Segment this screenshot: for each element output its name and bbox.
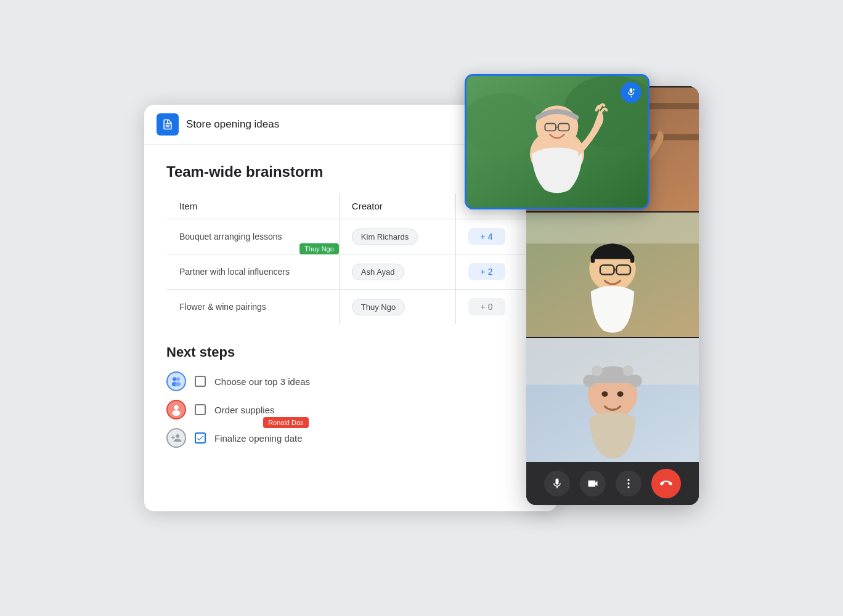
vote-badge-zero[interactable]: + 0 bbox=[468, 298, 505, 315]
cursor-tooltip-thuy: Thuy Ngo bbox=[299, 243, 339, 254]
checklist-item: Choose our top 3 ideas bbox=[166, 371, 535, 391]
checklist-text: Finalize opening date Ronald Das bbox=[214, 433, 303, 444]
video-thumb-2 bbox=[526, 211, 699, 336]
checklist-item: Finalize opening date Ronald Das bbox=[166, 428, 535, 448]
vote-badge[interactable]: + 2 bbox=[468, 263, 505, 280]
svg-point-16 bbox=[633, 89, 634, 90]
creator-cell: Ash Ayad bbox=[339, 254, 455, 290]
doc-title: Store opening ideas bbox=[186, 118, 279, 131]
svg-point-5 bbox=[173, 410, 181, 416]
svg-point-40 bbox=[592, 365, 603, 376]
people-icon bbox=[169, 375, 183, 388]
svg-point-45 bbox=[627, 482, 629, 484]
svg-rect-30 bbox=[591, 256, 595, 264]
mic-icon bbox=[551, 477, 563, 490]
svg-point-38 bbox=[583, 375, 595, 387]
mic-active-icon bbox=[625, 87, 637, 98]
svg-point-44 bbox=[627, 479, 629, 481]
svg-point-1 bbox=[176, 377, 180, 381]
svg-point-46 bbox=[627, 486, 629, 488]
main-video-tile bbox=[465, 74, 650, 209]
votes-cell: + 2 bbox=[455, 254, 535, 290]
camera-button[interactable] bbox=[580, 471, 606, 496]
main-video-background bbox=[466, 76, 648, 208]
svg-point-39 bbox=[630, 375, 642, 387]
checkbox[interactable] bbox=[195, 432, 206, 444]
person-icon bbox=[169, 403, 183, 416]
camera-icon bbox=[587, 477, 599, 490]
creator-cell: Thuy Ngo bbox=[339, 290, 455, 325]
brainstorm-table: Item Creator Votes Bouquet arranging les… bbox=[166, 193, 535, 325]
checkbox[interactable] bbox=[195, 376, 206, 387]
more-vertical-icon bbox=[622, 477, 635, 490]
more-options-button[interactable] bbox=[616, 471, 641, 496]
svg-point-3 bbox=[175, 382, 181, 386]
item-text: Partner with local influencers Thuy Ngo bbox=[167, 254, 340, 290]
checklist-text: Choose our top 3 ideas bbox=[214, 376, 310, 387]
microphone-button[interactable] bbox=[544, 471, 570, 496]
creator-badge: Thuy Ngo bbox=[352, 299, 405, 315]
table-row: Bouquet arranging lessons Kim Richards +… bbox=[167, 219, 535, 254]
col-creator: Creator bbox=[339, 193, 455, 219]
cursor-tooltip-ronald: Ronald Das bbox=[263, 417, 308, 428]
item-text: Flower & wine pairings bbox=[167, 290, 340, 325]
checkbox[interactable] bbox=[195, 404, 206, 415]
checklist-item: Order supplies bbox=[166, 400, 535, 419]
end-call-icon bbox=[660, 477, 672, 490]
table-row: Flower & wine pairings Thuy Ngo + 0 bbox=[167, 290, 535, 325]
svg-point-42 bbox=[601, 391, 608, 397]
svg-point-4 bbox=[174, 405, 178, 410]
votes-cell: + 4 bbox=[455, 219, 535, 254]
checklist-avatar-single bbox=[166, 400, 186, 419]
svg-point-41 bbox=[622, 365, 633, 376]
next-steps-heading: Next steps bbox=[166, 344, 535, 360]
person-3-svg bbox=[526, 338, 699, 462]
checkmark-icon bbox=[196, 434, 205, 442]
mic-active-badge bbox=[621, 82, 641, 103]
svg-rect-28 bbox=[526, 213, 699, 243]
creator-cell: Kim Richards bbox=[339, 219, 455, 254]
docs-icon bbox=[161, 118, 174, 131]
person-2-svg bbox=[526, 213, 699, 336]
creator-badge: Kim Richards bbox=[352, 229, 418, 245]
add-person-icon bbox=[171, 432, 182, 444]
checklist: Choose our top 3 ideas Order supplies bbox=[166, 371, 535, 448]
video-thumb-3 bbox=[526, 337, 699, 462]
creator-badge: Ash Ayad bbox=[352, 264, 404, 280]
votes-cell: + 0 bbox=[455, 290, 535, 325]
col-item: Item bbox=[167, 193, 340, 219]
end-call-button[interactable] bbox=[651, 469, 681, 498]
checklist-avatar-multi bbox=[166, 371, 186, 391]
svg-rect-31 bbox=[630, 256, 634, 264]
checklist-text: Order supplies bbox=[214, 405, 275, 415]
table-row: Partner with local influencers Thuy Ngo … bbox=[167, 254, 535, 290]
checklist-avatar-add bbox=[166, 428, 186, 448]
video-controls-bar bbox=[526, 462, 699, 505]
svg-rect-14 bbox=[630, 88, 633, 93]
svg-point-43 bbox=[617, 391, 624, 397]
svg-point-0 bbox=[173, 377, 176, 381]
vote-badge[interactable]: + 4 bbox=[468, 228, 505, 245]
doc-app-icon bbox=[157, 113, 179, 136]
